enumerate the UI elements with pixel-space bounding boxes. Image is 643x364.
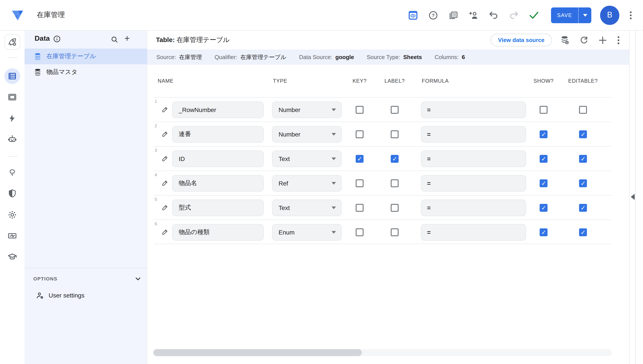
view-data-source-button[interactable]: View data source bbox=[491, 34, 552, 46]
table-list-item[interactable]: 物品マスタ bbox=[25, 64, 147, 80]
show-checkbox[interactable] bbox=[540, 228, 548, 236]
formula-input[interactable]: = bbox=[421, 126, 526, 142]
search-icon[interactable] bbox=[110, 36, 119, 46]
editable-checkbox[interactable] bbox=[579, 180, 587, 187]
key-checkbox[interactable] bbox=[356, 106, 363, 114]
nav-views[interactable] bbox=[0, 92, 25, 102]
refresh-icon[interactable] bbox=[578, 34, 590, 46]
formula-input[interactable]: = bbox=[421, 150, 526, 167]
editable-checkbox[interactable] bbox=[579, 204, 587, 212]
key-checkbox[interactable] bbox=[356, 228, 363, 236]
add-person-icon[interactable] bbox=[468, 10, 479, 21]
nav-learn[interactable] bbox=[0, 252, 25, 262]
label-checkbox[interactable] bbox=[391, 180, 398, 187]
add-table-icon[interactable]: + bbox=[124, 33, 130, 44]
column-name-input[interactable]: 連番 bbox=[172, 126, 264, 142]
column-name-input[interactable]: 物品の種類 bbox=[172, 224, 264, 240]
edit-pencil-icon[interactable] bbox=[161, 130, 169, 140]
undo-icon[interactable] bbox=[488, 10, 499, 21]
column-rows: 1 _RowNumber Number = 2 連番 Number = 3 bbox=[154, 97, 611, 244]
save-dropdown-button[interactable] bbox=[578, 7, 591, 23]
editable-checkbox[interactable] bbox=[579, 106, 587, 114]
redo-icon[interactable] bbox=[508, 10, 520, 21]
right-gutter bbox=[635, 30, 643, 364]
formula-input[interactable]: = bbox=[421, 102, 526, 118]
show-checkbox[interactable] bbox=[540, 106, 548, 114]
key-checkbox[interactable] bbox=[356, 155, 363, 163]
database-settings-icon[interactable] bbox=[559, 34, 571, 46]
label-checkbox[interactable] bbox=[391, 228, 398, 236]
edit-pencil-icon[interactable] bbox=[161, 180, 169, 188]
formula-input[interactable]: = bbox=[421, 175, 526, 192]
label-checkbox[interactable] bbox=[391, 204, 398, 212]
formula-input[interactable]: = bbox=[421, 224, 526, 240]
table-row: 3 ID Text = bbox=[154, 146, 611, 170]
nav-deploy-rocket[interactable] bbox=[5, 34, 20, 50]
show-checkbox[interactable] bbox=[540, 180, 548, 187]
user-settings-item[interactable]: User settings bbox=[25, 288, 147, 303]
collapse-panel-icon[interactable] bbox=[631, 194, 635, 200]
column-type-select[interactable]: Number bbox=[272, 126, 342, 142]
table-overflow-menu-icon[interactable] bbox=[616, 34, 621, 46]
show-checkbox[interactable] bbox=[540, 130, 548, 138]
horizontal-scrollbar-thumb[interactable] bbox=[153, 349, 362, 356]
key-checkbox[interactable] bbox=[356, 130, 363, 138]
key-checkbox[interactable] bbox=[356, 204, 363, 212]
table-row: 6 物品の種類 Enum = bbox=[154, 220, 611, 244]
table-list-item-selected[interactable]: 在庫管理テーブル bbox=[25, 48, 147, 64]
saved-check-icon bbox=[528, 10, 540, 21]
nav-rail bbox=[0, 30, 25, 364]
main-content: Table: 在庫管理テーブル View data source bbox=[147, 30, 629, 364]
nav-manage[interactable] bbox=[0, 230, 25, 241]
formula-input[interactable]: = bbox=[421, 200, 526, 216]
edit-pencil-icon[interactable] bbox=[161, 204, 169, 213]
nav-intelligence[interactable] bbox=[0, 168, 25, 177]
label-checkbox[interactable] bbox=[391, 155, 398, 163]
key-checkbox[interactable] bbox=[356, 180, 363, 187]
save-button[interactable]: SAVE bbox=[551, 7, 578, 23]
column-name-input[interactable]: _RowNumber bbox=[172, 102, 264, 118]
table-header: Table: 在庫管理テーブル View data source bbox=[147, 30, 629, 50]
column-type-select[interactable]: Ref bbox=[272, 175, 342, 192]
column-type-select[interactable]: Number bbox=[272, 102, 342, 118]
table-row: 2 連番 Number = bbox=[154, 122, 611, 146]
show-checkbox[interactable] bbox=[540, 155, 548, 163]
label-checkbox[interactable] bbox=[391, 130, 398, 138]
nav-security[interactable] bbox=[0, 188, 25, 198]
caret-down-icon bbox=[332, 133, 336, 136]
app-preview-icon[interactable] bbox=[407, 10, 419, 21]
columns-header-row: NAME TYPE KEY? LABEL? FORMULA SHOW? EDIT… bbox=[154, 78, 611, 88]
overflow-menu-icon[interactable] bbox=[628, 10, 633, 21]
options-section-header[interactable]: OPTIONS bbox=[25, 272, 147, 285]
top-bar: 在庫管理 ? bbox=[0, 0, 643, 30]
info-icon[interactable] bbox=[53, 35, 61, 44]
column-type-select[interactable]: Text bbox=[272, 150, 342, 167]
rail-divider bbox=[8, 156, 17, 156]
device-keyboard-icon[interactable] bbox=[448, 10, 459, 21]
help-icon[interactable]: ? bbox=[427, 10, 439, 21]
nav-settings[interactable] bbox=[0, 210, 25, 220]
column-type-select[interactable]: Text bbox=[272, 200, 342, 216]
avatar[interactable]: B bbox=[600, 6, 619, 25]
nav-automation[interactable] bbox=[0, 134, 25, 144]
edit-pencil-icon[interactable] bbox=[161, 228, 169, 238]
panel-divider bbox=[25, 268, 147, 268]
database-icon bbox=[34, 68, 42, 76]
label-checkbox[interactable] bbox=[391, 106, 398, 114]
edit-pencil-icon[interactable] bbox=[161, 155, 169, 164]
editable-checkbox[interactable] bbox=[579, 155, 587, 163]
column-type-select[interactable]: Enum bbox=[272, 224, 342, 240]
nav-actions[interactable] bbox=[0, 114, 25, 124]
editable-checkbox[interactable] bbox=[579, 130, 587, 138]
add-column-icon[interactable] bbox=[597, 34, 608, 46]
show-checkbox[interactable] bbox=[540, 204, 548, 212]
editable-checkbox[interactable] bbox=[579, 228, 587, 236]
edit-pencil-icon[interactable] bbox=[161, 106, 169, 115]
nav-data-active[interactable] bbox=[5, 68, 20, 84]
column-name-input[interactable]: 物品名 bbox=[172, 175, 264, 192]
column-name-input[interactable]: 型式 bbox=[172, 200, 264, 216]
user-settings-label: User settings bbox=[49, 292, 84, 299]
table-header-controls: View data source bbox=[491, 34, 629, 46]
column-name-input[interactable]: ID bbox=[172, 150, 264, 167]
svg-text:?: ? bbox=[432, 12, 435, 18]
